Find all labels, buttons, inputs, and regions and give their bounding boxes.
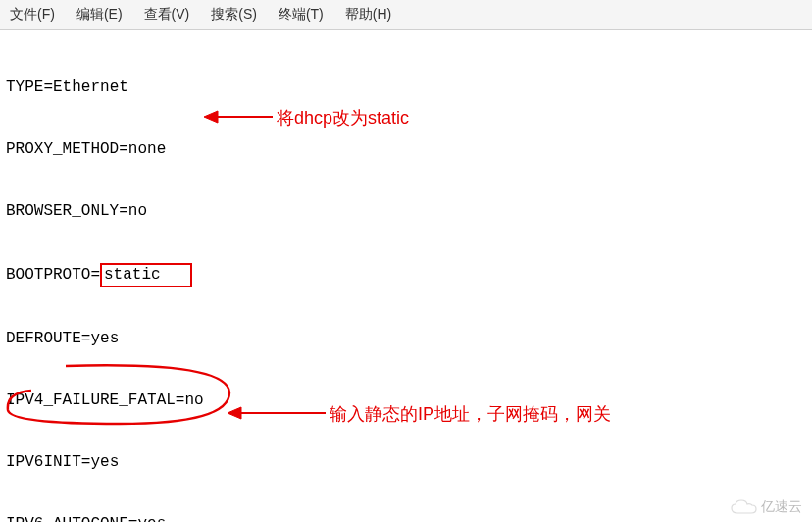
annotation-ip: 输入静态的IP地址，子网掩码，网关 bbox=[330, 402, 611, 426]
menu-search[interactable]: 搜索(S) bbox=[211, 6, 257, 24]
arrow-static-icon bbox=[204, 108, 273, 126]
line-type: TYPE=Ethernet bbox=[6, 78, 806, 98]
watermark-text: 亿速云 bbox=[761, 498, 802, 516]
line-ipv6auto: IPV6_AUTOCONF=yes bbox=[6, 514, 806, 522]
line-browser: BROWSER_ONLY=no bbox=[6, 201, 806, 222]
menu-view[interactable]: 查看(V) bbox=[144, 6, 190, 24]
line-defroute: DEFROUTE=yes bbox=[6, 329, 806, 349]
cloud-icon bbox=[730, 499, 757, 515]
menu-terminal[interactable]: 终端(T) bbox=[279, 6, 324, 24]
watermark: 亿速云 bbox=[730, 498, 802, 516]
annotation-static: 将dhcp改为static bbox=[277, 106, 409, 130]
line-bootproto: BOOTPROTO=static bbox=[6, 263, 806, 287]
menu-file[interactable]: 文件(F) bbox=[10, 6, 55, 24]
circle-ip-block-icon bbox=[2, 363, 237, 430]
menu-help[interactable]: 帮助(H) bbox=[345, 6, 391, 24]
svg-marker-3 bbox=[228, 407, 241, 419]
editor-area[interactable]: TYPE=Ethernet PROXY_METHOD=none BROWSER_… bbox=[0, 30, 812, 522]
svg-marker-1 bbox=[204, 111, 218, 123]
arrow-ip-icon bbox=[228, 404, 326, 422]
menu-edit[interactable]: 编辑(E) bbox=[76, 6, 123, 24]
bootproto-highlight-box: static bbox=[100, 263, 192, 287]
menubar: 文件(F) 编辑(E) 查看(V) 搜索(S) 终端(T) 帮助(H) bbox=[0, 0, 812, 30]
line-proxy: PROXY_METHOD=none bbox=[6, 139, 806, 160]
line-ipv6init: IPV6INIT=yes bbox=[6, 452, 806, 473]
